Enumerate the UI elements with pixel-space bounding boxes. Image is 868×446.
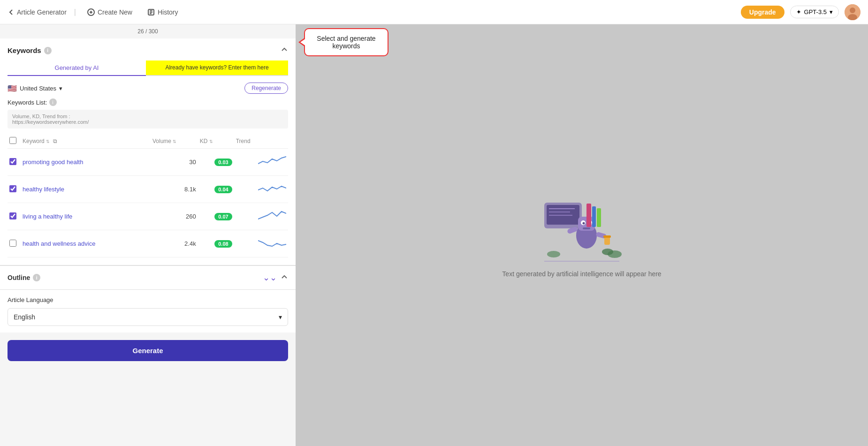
main-layout: 26 / 300 Keywords i Generated by AI Alre… (0, 0, 868, 446)
language-chevron-icon: ▾ (279, 313, 282, 321)
keywords-label: Keywords (8, 46, 41, 54)
table-row: healthy lifestyle 8.1k 0.04 (8, 176, 288, 203)
callout-tooltip: Select and generate keywords (304, 28, 388, 56)
svg-rect-25 (592, 206, 596, 227)
keywords-header: Keywords i (8, 46, 288, 55)
keyword-checkbox-3[interactable] (9, 240, 16, 247)
col-keyword-label: Keyword (23, 138, 45, 144)
outline-section: Outline i ⌄⌄ (0, 265, 296, 289)
svg-rect-26 (597, 208, 601, 227)
svg-rect-6 (547, 205, 579, 225)
generate-button[interactable]: Generate (8, 340, 288, 361)
regenerate-button[interactable]: Regenerate (244, 83, 288, 94)
trend-chart-0 (258, 154, 286, 168)
keyword-kd-0: 0.03 (214, 159, 232, 166)
tab-generated-ai[interactable]: Generated by AI (8, 60, 146, 76)
create-new-label: Create New (98, 8, 132, 16)
col-kd-label: KD (200, 138, 208, 144)
gpt-selector[interactable]: ✦ GPT-3.5 ▾ (790, 6, 839, 18)
language-select[interactable]: English ▾ (8, 308, 288, 326)
outline-info-icon[interactable]: i (33, 274, 40, 281)
tab-manual-entry[interactable]: Already have keywords? Enter them here (146, 60, 288, 75)
keyword-volume-1: 8.1k (184, 186, 196, 193)
svg-point-14 (583, 222, 585, 224)
source-info: Volume, KD, Trend from :https://keywords… (8, 110, 288, 129)
outline-expand-icon[interactable]: ⌄⌄ (263, 272, 277, 283)
keywords-list-label: Keywords List: i (8, 98, 288, 106)
trend-chart-3 (258, 236, 286, 250)
col-volume-label: Volume (152, 138, 171, 144)
col-keyword-sort-icon: ⇅ (46, 139, 50, 144)
keyword-volume-2: 260 (186, 213, 196, 220)
keyword-checkbox-0[interactable] (9, 158, 16, 165)
outline-header: Outline i ⌄⌄ (8, 272, 288, 283)
counter-text: 26 / 300 (137, 28, 158, 35)
keywords-collapse-button[interactable] (281, 46, 288, 55)
svg-point-3 (850, 8, 855, 13)
upgrade-button[interactable]: Upgrade (741, 6, 784, 19)
avatar[interactable] (845, 4, 860, 20)
keyword-kd-1: 0.04 (214, 186, 232, 193)
keyword-checkbox-1[interactable] (9, 185, 16, 192)
left-panel: 26 / 300 Keywords i Generated by AI Alre… (0, 24, 296, 446)
right-panel: Select and generate keywords (296, 24, 868, 446)
history-button[interactable]: History (144, 7, 182, 18)
keywords-section: Keywords i Generated by AI Already have … (0, 38, 296, 265)
col-trend-label: Trend (236, 138, 251, 144)
keywords-tabs: Generated by AI Already have keywords? E… (8, 60, 288, 76)
ai-illustration (535, 193, 629, 270)
country-row: 🇺🇸 United States ▾ Regenerate (8, 83, 288, 94)
svg-point-23 (547, 251, 560, 257)
ai-placeholder-text: Text generated by artificial intelligenc… (502, 270, 661, 278)
callout-text: Select and generate keywords (317, 35, 375, 50)
table-row: living a healthy life 260 0.07 (8, 203, 288, 230)
svg-rect-16 (583, 227, 590, 229)
outline-title: Outline i (8, 274, 40, 281)
back-button[interactable]: Article Generator (8, 8, 67, 16)
keyword-kd-3: 0.08 (214, 240, 232, 248)
language-value: English (14, 313, 35, 321)
svg-point-22 (602, 249, 613, 255)
kwlist-info-icon[interactable]: i (49, 98, 57, 106)
outline-label: Outline (8, 274, 30, 281)
country-chevron-icon: ▾ (59, 85, 62, 92)
vol-sort-icon: ⇅ (173, 139, 176, 144)
header-right: Upgrade ✦ GPT-3.5 ▾ (741, 4, 860, 20)
svg-rect-20 (603, 235, 611, 238)
table-row: promoting good health 30 0.03 (8, 149, 288, 176)
svg-rect-24 (586, 204, 591, 227)
star-icon: ✦ (796, 8, 801, 15)
language-label: Article Language (8, 296, 288, 303)
language-section: Article Language English ▾ (0, 289, 296, 333)
country-label: United States (20, 85, 56, 92)
gpt-label: GPT-3.5 (804, 8, 827, 15)
keywords-info-icon[interactable]: i (44, 47, 52, 54)
keyword-checkbox-2[interactable] (9, 212, 16, 219)
outline-collapse-button[interactable] (281, 273, 288, 282)
copy-icon[interactable]: ⧉ (53, 138, 57, 144)
keyword-text-1: healthy lifestyle (23, 186, 64, 193)
keywords-title: Keywords i (8, 46, 52, 54)
keyword-volume-3: 2.4k (184, 240, 196, 247)
select-all-checkbox[interactable] (9, 137, 16, 144)
header-separator: | (74, 8, 76, 16)
country-selector[interactable]: 🇺🇸 United States ▾ (8, 84, 62, 93)
kd-sort-icon: ⇅ (209, 139, 213, 144)
counter-bar: 26 / 300 (0, 24, 296, 38)
chevron-down-icon: ▾ (830, 8, 833, 15)
source-text: Volume, KD, Trend from :https://keywords… (12, 113, 89, 125)
header: Article Generator | Create New History U… (0, 0, 868, 24)
keyword-text-2: living a healthy life (23, 213, 72, 220)
back-label: Article Generator (17, 8, 67, 16)
keyword-text-0: promoting good health (23, 159, 83, 166)
table-row: health and wellness advice 2.4k 0.08 (8, 230, 288, 257)
keyword-kd-2: 0.07 (214, 213, 232, 220)
create-new-button[interactable]: Create New (84, 7, 136, 18)
history-label: History (158, 8, 178, 16)
keywords-table: Keyword ⇅ ⧉ Volume ⇅ KD ⇅ (8, 134, 288, 257)
trend-chart-2 (258, 209, 286, 223)
trend-chart-1 (258, 181, 286, 196)
flag-icon: 🇺🇸 (8, 84, 17, 93)
generate-section: Generate (0, 333, 296, 369)
keyword-text-3: health and wellness advice (23, 240, 95, 247)
